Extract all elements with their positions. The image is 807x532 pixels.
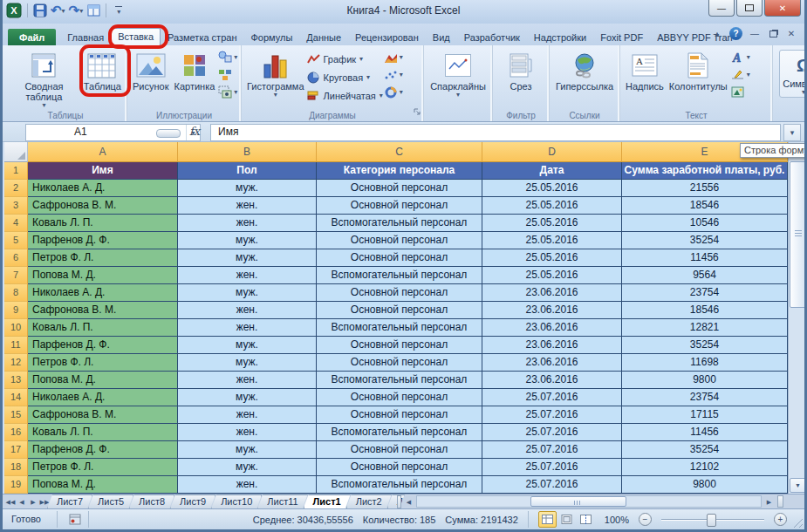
row-header-7[interactable]: 7	[4, 267, 28, 284]
cell-C1[interactable]: Категория персонала	[317, 162, 482, 180]
cell-E6[interactable]: 11456	[622, 249, 788, 267]
cell-C7[interactable]: Вспомогательный персонал	[317, 267, 482, 284]
sparklines-button[interactable]: Спарклайны ▾	[427, 48, 489, 99]
cell-E5[interactable]: 35254	[622, 232, 788, 249]
cell-C15[interactable]: Основной персонал	[317, 406, 482, 424]
cell-C8[interactable]: Основной персонал	[317, 284, 482, 302]
cell-B18[interactable]: муж.	[178, 459, 317, 476]
sheet-tab-Лист8[interactable]: Лист8	[129, 494, 174, 508]
resize-grip[interactable]	[791, 516, 803, 528]
workbook-close-icon[interactable]: ✕	[785, 29, 797, 38]
cell-C12[interactable]: Основной персонал	[317, 354, 482, 372]
sheet-tab-Лист11[interactable]: Лист11	[257, 494, 307, 508]
cell-A2[interactable]: Николаев А. Д.	[28, 180, 178, 197]
symbols-button[interactable]: Ω Символы ▾	[779, 50, 807, 98]
shapes-button[interactable]: ▾	[218, 50, 237, 65]
cell-C18[interactable]: Основной персонал	[317, 459, 482, 476]
cell-E16[interactable]: 11456	[622, 424, 788, 441]
vertical-scrollbar[interactable]: ▲ ▼	[788, 142, 807, 494]
cell-C13[interactable]: Вспомогательный персонал	[317, 372, 482, 389]
column-header-C[interactable]: C	[317, 142, 482, 162]
cell-D18[interactable]: 25.07.2016	[482, 459, 622, 476]
row-header-12[interactable]: 12	[4, 354, 28, 372]
ribbon-tab-вставка[interactable]: Вставка	[111, 28, 161, 45]
signature-line-button[interactable]: ▾	[731, 67, 750, 82]
cell-A15[interactable]: Сафронова В. М.	[28, 406, 178, 424]
cell-B10[interactable]: жен.	[178, 319, 317, 337]
collapse-ribbon-icon[interactable]: ▲	[711, 29, 723, 39]
row-header-9[interactable]: 9	[4, 302, 28, 319]
workbook-minimize-icon[interactable]: —	[749, 29, 761, 38]
line-chart-button[interactable]: График▾	[307, 50, 383, 68]
cell-D2[interactable]: 25.05.2016	[482, 180, 622, 197]
zoom-slider[interactable]	[661, 514, 764, 525]
sheet-tab-Лист7[interactable]: Лист7	[47, 494, 92, 508]
cell-C10[interactable]: Вспомогательный персонал	[317, 319, 482, 337]
row-header-1[interactable]: 1	[4, 162, 28, 180]
scrollbar-splitter[interactable]	[777, 495, 783, 508]
cell-D12[interactable]: 23.06.2016	[482, 354, 622, 372]
cell-A18[interactable]: Петров Ф. Л.	[28, 459, 178, 476]
formula-bar-grip[interactable]	[156, 129, 181, 138]
row-header-18[interactable]: 18	[4, 459, 28, 476]
cell-D11[interactable]: 23.06.2016	[482, 337, 622, 354]
insert-function-icon[interactable]: fx	[189, 125, 200, 138]
cell-B3[interactable]: жен.	[178, 197, 317, 215]
sheet-tab-Лист9[interactable]: Лист9	[170, 494, 215, 508]
cell-B7[interactable]: жен.	[178, 267, 317, 284]
prev-sheet-icon[interactable]: ◀	[17, 496, 27, 508]
ribbon-tab-вид[interactable]: Вид	[426, 29, 457, 45]
cell-C3[interactable]: Основной персонал	[317, 197, 482, 215]
maximize-button[interactable]	[736, 0, 763, 17]
cell-E18[interactable]: 12102	[622, 459, 788, 476]
tab-splitter[interactable]	[397, 495, 401, 508]
cell-C9[interactable]: Основной персонал	[317, 302, 482, 319]
cell-D17[interactable]: 25.07.2016	[482, 441, 622, 459]
cell-B9[interactable]: жен.	[178, 302, 317, 319]
row-header-15[interactable]: 15	[4, 406, 28, 424]
cell-B15[interactable]: жен.	[178, 406, 317, 424]
cell-C14[interactable]: Основной персонал	[317, 389, 482, 406]
hscroll-left-icon[interactable]: ◀	[403, 496, 414, 508]
cell-D1[interactable]: Дата	[482, 162, 622, 180]
sheet-tab-Лист1[interactable]: Лист1	[304, 494, 351, 508]
row-header-4[interactable]: 4	[4, 215, 28, 232]
horizontal-scrollbar[interactable]	[416, 495, 762, 508]
slicer-button[interactable]: Срез	[506, 48, 536, 93]
formula-input[interactable]: Имя	[210, 124, 781, 141]
clipart-button[interactable]: Картинка	[172, 48, 218, 93]
page-break-view-button[interactable]	[577, 511, 595, 528]
cell-D3[interactable]: 25.05.2016	[482, 197, 622, 215]
cell-D4[interactable]: 25.05.2016	[482, 215, 622, 232]
cell-B1[interactable]: Пол	[178, 162, 317, 180]
cell-B13[interactable]: жен.	[178, 372, 317, 389]
ribbon-tab-разметка-стран[interactable]: Разметка стран	[161, 29, 243, 45]
cell-A11[interactable]: Парфенов Д. Ф.	[28, 337, 178, 354]
row-header-2[interactable]: 2	[4, 180, 28, 197]
cell-C19[interactable]: Вспомогательный персонал	[317, 476, 482, 494]
sheet-tab-Лист10[interactable]: Лист10	[211, 494, 262, 508]
hscroll-right-icon[interactable]: ▶	[763, 496, 775, 508]
object-button[interactable]	[731, 85, 750, 99]
cell-A9[interactable]: Сафронова В. М.	[28, 302, 178, 319]
cell-A3[interactable]: Сафронова В. М.	[28, 197, 178, 215]
cell-D14[interactable]: 25.07.2016	[482, 389, 622, 406]
cell-D8[interactable]: 23.06.2016	[482, 284, 622, 302]
cell-E8[interactable]: 23754	[622, 284, 788, 302]
histogram-button[interactable]: Гистограмма ▾	[244, 48, 307, 99]
cell-A12[interactable]: Петров Ф. Л.	[28, 354, 178, 372]
ribbon-tab-главная[interactable]: Главная	[60, 29, 111, 45]
zoom-level[interactable]: 100%	[605, 515, 629, 525]
ribbon-tab-данные[interactable]: Данные	[299, 29, 348, 45]
zoom-slider-thumb[interactable]	[707, 514, 716, 527]
cell-C5[interactable]: Основной персонал	[317, 232, 482, 249]
row-header-6[interactable]: 6	[4, 249, 28, 267]
header-footer-button[interactable]: Колонтитулы	[667, 48, 730, 93]
cell-A7[interactable]: Попова М. Д.	[28, 267, 178, 284]
cell-A4[interactable]: Коваль Л. П.	[28, 215, 178, 232]
cell-B17[interactable]: муж.	[178, 441, 317, 459]
row-header-8[interactable]: 8	[4, 284, 28, 302]
select-all-corner[interactable]	[4, 142, 28, 162]
cell-B19[interactable]: жен.	[178, 476, 317, 494]
pivot-table-button[interactable]: Сводная таблица ▾	[7, 48, 81, 110]
